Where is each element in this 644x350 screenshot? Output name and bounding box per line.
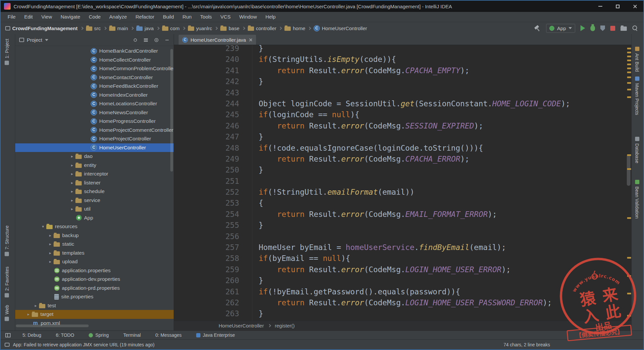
breadcrumb-class[interactable]: HomeUserController — [219, 323, 264, 328]
chevron-right-icon[interactable]: ▸ — [69, 207, 75, 211]
tool-button-structure[interactable]: 7: Structure — [4, 225, 10, 256]
code-line-262[interactable]: 262return Result.error(CodeMsg.LOGIN_HOM… — [174, 297, 631, 308]
line-number[interactable]: 241 — [174, 65, 252, 76]
menu-item-navigate[interactable]: Navigate — [56, 12, 84, 22]
line-number[interactable]: 261 — [174, 286, 252, 297]
line-number[interactable]: 255 — [174, 220, 252, 231]
line-number[interactable]: 250 — [174, 165, 252, 175]
tree-item-interceptor[interactable]: ▸interceptor — [15, 170, 174, 178]
chevron-right-icon[interactable]: ▸ — [69, 154, 75, 159]
chevron-right-icon[interactable]: ▸ — [47, 259, 54, 264]
tree-item-dao[interactable]: ▸dao — [15, 152, 174, 161]
tree-item-application-properties[interactable]: application.properties — [15, 266, 174, 275]
code-line-241[interactable]: 241return Result.error(CodeMsg.CPACHA_EM… — [174, 65, 631, 76]
tree-item-homecontactcontroller[interactable]: CHomeContactController — [15, 73, 174, 82]
code-line-255[interactable]: 255} — [174, 220, 631, 231]
breadcrumb-base[interactable]: base — [220, 25, 239, 31]
tree-item-upload[interactable]: ▸upload — [15, 257, 174, 266]
toolwindow-button-terminal[interactable]: Terminal — [116, 331, 148, 339]
breadcrumb-java[interactable]: java — [136, 25, 154, 31]
maximize-button[interactable] — [609, 1, 626, 12]
code-line-239[interactable]: 239} — [174, 45, 631, 54]
run-button[interactable] — [580, 25, 585, 31]
tree-item-homeprojectcontroller[interactable]: CHomeProjectController — [15, 134, 174, 143]
menu-item-view[interactable]: View — [37, 12, 56, 22]
code-line-263[interactable]: 263} — [174, 308, 631, 319]
line-number[interactable]: 253 — [174, 198, 252, 209]
editor-tab-homeusercontroller[interactable]: C HomeUserController.java — [179, 35, 256, 45]
code-line-260[interactable]: 260} — [174, 275, 631, 286]
line-number[interactable]: 248 — [174, 143, 252, 154]
menu-item-run[interactable]: Run — [178, 12, 196, 22]
line-number[interactable]: 242 — [174, 76, 252, 87]
tree-item-templates[interactable]: ▸templates — [15, 249, 174, 258]
tree-item-test[interactable]: ▸test — [15, 301, 174, 310]
code-line-248[interactable]: 248if(!code.equalsIgnoreCase(loginCode.t… — [174, 143, 631, 154]
tree-item-backup[interactable]: ▸backup — [15, 231, 174, 240]
tool-button-maven-projects[interactable]: Maven Projects — [634, 76, 640, 115]
tree-item-homelocationscontroller[interactable]: CHomeLocationsController — [15, 99, 174, 108]
tree-item-target[interactable]: ▸target — [15, 310, 174, 319]
line-number[interactable]: 240 — [174, 54, 252, 65]
breadcrumb-controller[interactable]: controller — [248, 25, 277, 31]
line-number[interactable]: 262 — [174, 297, 252, 308]
menu-item-help[interactable]: Help — [261, 12, 280, 22]
menu-item-code[interactable]: Code — [84, 12, 105, 22]
menu-item-tools[interactable]: Tools — [196, 12, 216, 22]
breadcrumb-main[interactable]: main — [109, 25, 128, 31]
code-line-244[interactable]: 244Object loginCode = SessionUtil.get(Se… — [174, 98, 631, 109]
line-number[interactable]: 258 — [174, 253, 252, 264]
breadcrumb-home[interactable]: home — [284, 25, 305, 31]
toolwindow-button-spring[interactable]: Spring — [81, 331, 116, 339]
breadcrumb-src[interactable]: src — [86, 25, 101, 31]
line-number[interactable]: 259 — [174, 264, 252, 275]
menu-item-refactor[interactable]: Refactor — [131, 12, 159, 22]
code-line-257[interactable]: 257HomeUser byEmail = homeUserService.fi… — [174, 242, 631, 253]
tree-item-homeusercontroller[interactable]: CHomeUserController — [15, 143, 174, 152]
tree-item-resources[interactable]: ▾resources — [15, 222, 174, 231]
chevron-right-icon[interactable]: ▸ — [32, 303, 39, 308]
line-number[interactable]: 244 — [174, 98, 252, 109]
tree-item-homenewscontroller[interactable]: CHomeNewsController — [15, 108, 174, 117]
line-number[interactable]: 245 — [174, 109, 252, 120]
line-number[interactable]: 256 — [174, 231, 252, 242]
tool-button-favorites[interactable]: 2: Favorites — [4, 267, 10, 297]
breadcrumb-yuanlrc[interactable]: yuanlrc — [188, 25, 212, 31]
tree-item-application-prd-properties[interactable]: application-prd.properties — [15, 284, 174, 293]
tool-button-bean-validation[interactable]: Bean Validation — [634, 180, 640, 219]
tree-item-homeprojectcommentcontroller[interactable]: CHomeProjectCommentController — [15, 126, 174, 135]
event-log-icon[interactable] — [5, 343, 10, 347]
debug-button[interactable] — [590, 25, 595, 31]
code-line-254[interactable]: 254return Result.error(CodeMsg.EMAIL_FOR… — [174, 209, 631, 220]
code-line-246[interactable]: 246return Result.error(CodeMsg.SESSION_E… — [174, 121, 631, 131]
close-button[interactable] — [626, 1, 643, 12]
toolwindow-button-6-todo[interactable]: 6: TODO — [49, 331, 82, 339]
tree-item-homebankcardcontroller[interactable]: CHomeBankCardController — [15, 47, 174, 56]
chevron-right-icon[interactable]: ▸ — [47, 242, 54, 246]
tree-item-schedule[interactable]: ▸schedule — [15, 187, 174, 196]
tree-item-homecollectcontroller[interactable]: CHomeCollectController — [15, 56, 174, 65]
chevron-right-icon[interactable]: ▸ — [47, 233, 54, 238]
toolwindow-button-0-messages[interactable]: 0: Messages — [148, 331, 189, 339]
code-line-245[interactable]: 245if(loginCode == null){ — [174, 109, 631, 120]
menu-item-vcs[interactable]: VCS — [216, 12, 235, 22]
chevron-right-icon[interactable]: ▸ — [69, 172, 75, 176]
chevron-right-icon[interactable]: ▸ — [69, 163, 75, 168]
line-number[interactable]: 246 — [174, 121, 252, 131]
toolwindow-button-java-enterprise[interactable]: Java Enterprise — [189, 331, 242, 339]
line-number[interactable]: 257 — [174, 242, 252, 253]
tree-item-site-properties[interactable]: site.properties — [15, 292, 174, 301]
breadcrumb-homeusercontroller[interactable]: CHomeUserController — [314, 25, 367, 31]
search-everywhere-button[interactable] — [632, 25, 638, 31]
tree-item-homeindexcontroller[interactable]: CHomeIndexController — [15, 91, 174, 100]
code-line-258[interactable]: 258if(byEmail == null){ — [174, 253, 631, 264]
chevron-down-icon[interactable]: ▾ — [40, 224, 46, 229]
breadcrumb-com[interactable]: com — [162, 25, 180, 31]
tree-item-static[interactable]: ▸static — [15, 240, 174, 249]
tree-item-homeprogresscontroller[interactable]: CHomeProgressController — [15, 117, 174, 126]
run-configuration-selector[interactable]: App — [546, 24, 575, 33]
code-line-261[interactable]: 261if(!byEmail.getPassword().equals(pass… — [174, 286, 631, 297]
close-tab-icon[interactable] — [249, 38, 252, 42]
breadcrumb-method[interactable]: register() — [275, 323, 295, 328]
chevron-down-icon[interactable] — [45, 39, 48, 41]
